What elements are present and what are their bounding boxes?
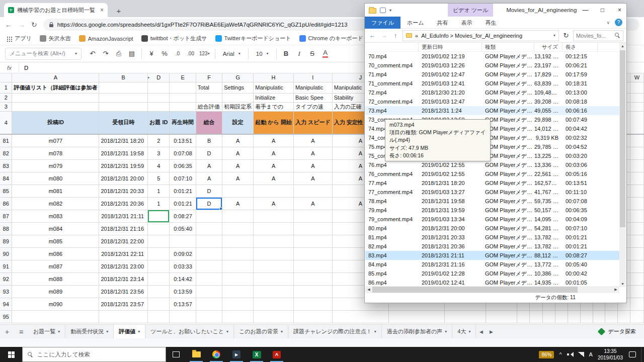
cell[interactable]: 3 bbox=[148, 147, 170, 159]
row-header-83[interactable]: 83 bbox=[0, 159, 12, 172]
cell[interactable] bbox=[630, 93, 643, 102]
cell[interactable]: 2018/12/31 23:57 bbox=[99, 298, 148, 310]
scroll-down-icon[interactable]: ▼ bbox=[619, 281, 626, 287]
cell[interactable]: A bbox=[254, 197, 294, 210]
column-title-cell[interactable]: お題 ID bbox=[148, 111, 170, 134]
file-row[interactable]: 78.mp42018/12/31 19:58GOM Playerメディア...5… bbox=[365, 197, 619, 206]
cell[interactable]: 1 bbox=[148, 185, 170, 197]
cell[interactable]: D bbox=[196, 185, 222, 197]
row-header-84[interactable]: 84 bbox=[0, 172, 12, 185]
cell[interactable] bbox=[630, 82, 643, 93]
cell[interactable] bbox=[222, 235, 254, 247]
bookmark-item[interactable]: 矢沢永吉 bbox=[40, 35, 71, 42]
cell[interactable] bbox=[254, 260, 294, 273]
cell[interactable] bbox=[148, 260, 170, 273]
column-title-cell[interactable]: 入力 スピード bbox=[293, 111, 332, 134]
percent-format-icon[interactable]: % bbox=[158, 48, 171, 60]
cell[interactable]: A bbox=[222, 159, 254, 172]
file-row[interactable]: 80.mp42018/12/31 20:00GOM Playerメディア...5… bbox=[365, 224, 619, 233]
reload-icon[interactable]: ↻ bbox=[31, 21, 37, 29]
cell[interactable]: Manipulatic bbox=[254, 82, 294, 93]
cell[interactable] bbox=[222, 285, 254, 298]
cell[interactable] bbox=[148, 82, 170, 93]
cell[interactable] bbox=[222, 260, 254, 273]
cell[interactable] bbox=[389, 310, 445, 323]
cell[interactable]: 2018/12/31 20:36 bbox=[99, 197, 148, 210]
bookmark-item[interactable]: Chrome のキーボード シ bbox=[299, 35, 371, 42]
ribbon-tab-3[interactable]: 表示 bbox=[455, 17, 479, 29]
row-header-4[interactable]: 4 bbox=[0, 111, 12, 134]
cell[interactable] bbox=[99, 102, 148, 111]
cell[interactable] bbox=[222, 310, 254, 323]
ribbon-tab-file[interactable]: ファイル bbox=[365, 17, 400, 29]
action-center-icon[interactable] bbox=[629, 351, 636, 357]
column-title-cell[interactable]: 投稿ID bbox=[12, 111, 99, 134]
decrease-decimal-icon[interactable]: .0 bbox=[172, 48, 184, 60]
tray-expand-icon[interactable]: ^ bbox=[559, 351, 561, 357]
bookmark-item[interactable]: twittbot・ボット生成サ bbox=[141, 35, 207, 42]
new-tab-button[interactable]: + bbox=[113, 5, 125, 17]
tab-scroll-right-icon[interactable]: ▶ bbox=[486, 325, 496, 338]
forward-icon[interactable]: → bbox=[18, 21, 25, 29]
cell[interactable]: m084 bbox=[12, 222, 99, 235]
cell[interactable]: 2 bbox=[148, 134, 170, 147]
cell[interactable] bbox=[630, 102, 643, 111]
cell[interactable]: m085 bbox=[12, 235, 99, 247]
cell[interactable]: Initialize bbox=[254, 93, 294, 102]
bookmark-item[interactable]: Twitterキーボードショート bbox=[215, 35, 291, 42]
file-row[interactable]: 79_comment.mp42019/01/03 13:34GOM Player… bbox=[365, 215, 619, 224]
paint-format-icon[interactable]: ▤ bbox=[126, 48, 138, 60]
cell[interactable] bbox=[293, 235, 332, 247]
row-header-89[interactable]: 89 bbox=[0, 235, 12, 247]
cell[interactable] bbox=[293, 222, 332, 235]
cell[interactable] bbox=[293, 285, 332, 298]
cell[interactable] bbox=[196, 222, 222, 235]
cell[interactable] bbox=[542, 310, 555, 323]
quick-access-icon[interactable] bbox=[380, 8, 386, 13]
cell[interactable]: 初期設定系 bbox=[222, 102, 254, 111]
cell[interactable]: A bbox=[293, 172, 332, 185]
cell[interactable] bbox=[148, 285, 170, 298]
cell[interactable] bbox=[148, 222, 170, 235]
cell[interactable]: A bbox=[293, 147, 332, 159]
file-row[interactable]: 72_comment.mp42019/01/03 12:47GOM Player… bbox=[365, 97, 619, 106]
cell[interactable]: m090 bbox=[12, 298, 99, 310]
maximize-icon[interactable]: □ bbox=[594, 4, 611, 17]
chrome-taskbar-button[interactable] bbox=[206, 347, 226, 362]
close-icon[interactable]: × bbox=[611, 4, 628, 17]
cell[interactable] bbox=[222, 273, 254, 285]
cell[interactable] bbox=[148, 298, 170, 310]
cell[interactable] bbox=[254, 235, 294, 247]
cell[interactable] bbox=[293, 273, 332, 285]
cell[interactable] bbox=[630, 222, 643, 235]
cell[interactable] bbox=[148, 235, 170, 247]
cell[interactable] bbox=[254, 185, 294, 197]
sheet-tab[interactable]: 動画受付状況▾ bbox=[65, 325, 114, 338]
cell[interactable] bbox=[12, 310, 99, 323]
cell[interactable] bbox=[593, 310, 605, 323]
cell[interactable]: Basic Spee bbox=[293, 93, 332, 102]
cell[interactable]: A bbox=[254, 147, 294, 159]
column-header[interactable]: 長さ bbox=[562, 43, 598, 51]
cell[interactable] bbox=[196, 210, 222, 222]
cell[interactable] bbox=[293, 185, 332, 197]
cell[interactable] bbox=[12, 93, 99, 102]
cell[interactable] bbox=[99, 93, 148, 102]
cell[interactable]: A bbox=[254, 159, 294, 172]
cell[interactable]: m087 bbox=[12, 260, 99, 273]
cell[interactable]: 0:06:35 bbox=[170, 159, 196, 172]
file-row[interactable]: 77_comment.mp42019/01/03 13:27GOM Player… bbox=[365, 188, 619, 197]
cell[interactable]: m089 bbox=[12, 285, 99, 298]
cell[interactable]: 1 bbox=[148, 197, 170, 210]
row-header-92[interactable]: 92 bbox=[0, 273, 12, 285]
cell[interactable]: A bbox=[254, 172, 294, 185]
file-row[interactable]: 76.mp42019/01/02 12:55GOM Playerメディア...1… bbox=[365, 160, 619, 169]
cell[interactable]: A bbox=[222, 172, 254, 185]
cell[interactable]: 5 bbox=[148, 172, 170, 185]
horizontal-scroll-thumb[interactable] bbox=[372, 287, 578, 293]
cell[interactable] bbox=[196, 93, 222, 102]
explorer-search-box[interactable]: Movies_fo... bbox=[573, 30, 623, 41]
cell[interactable] bbox=[254, 222, 294, 235]
row-header-91[interactable]: 91 bbox=[0, 260, 12, 273]
cell[interactable] bbox=[196, 273, 222, 285]
